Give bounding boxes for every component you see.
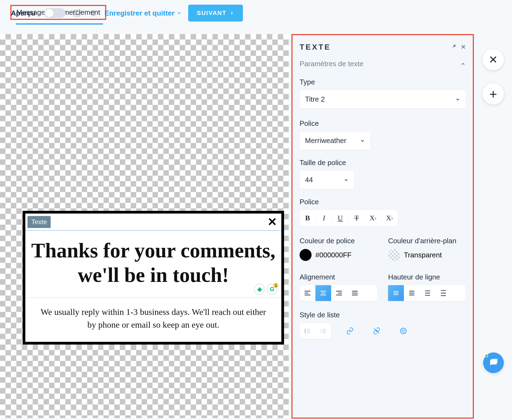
alignment-label: Alignement — [300, 273, 377, 281]
grammarly-assistant-icon[interactable]: ◈ — [254, 284, 265, 295]
popup-body-text[interactable]: We usually reply within 1-3 business day… — [36, 306, 270, 331]
chevron-down-icon — [455, 97, 460, 102]
tab-underline — [16, 23, 103, 25]
popup-title-text[interactable]: Thanks for your comments, we'll be in to… — [31, 238, 276, 287]
italic-button[interactable]: I — [316, 210, 332, 226]
svg-point-5 — [305, 332, 306, 333]
chevron-down-icon — [177, 11, 182, 16]
line-height-label: Hauteur de ligne — [388, 273, 466, 281]
svg-text:3: 3 — [321, 331, 322, 334]
font-color-swatch — [300, 249, 312, 261]
unlink-button[interactable] — [369, 323, 385, 339]
popup-close-button[interactable]: ✕ — [267, 215, 279, 229]
inspector-title: TEXTE — [300, 43, 331, 51]
grammarly-icon[interactable]: G1 — [267, 284, 278, 295]
bg-color-picker[interactable]: Transparent — [388, 249, 466, 261]
bg-color-value: Transparent — [404, 251, 442, 259]
chevron-right-icon — [229, 11, 234, 16]
font-size-label: Taille de police — [300, 159, 466, 167]
line-height-group — [388, 285, 466, 301]
close-editor-button[interactable]: ✕ — [483, 49, 504, 70]
font-value: Merriweather — [305, 136, 346, 145]
section-text-settings[interactable]: Paramètres de texte — [300, 60, 466, 68]
toggle-knob — [45, 9, 53, 17]
superscript-button[interactable]: Xx — [381, 210, 398, 226]
align-right-button[interactable] — [331, 285, 347, 301]
font-style-bar: B I U T Xx Xx — [300, 210, 398, 226]
lh-2-button[interactable] — [420, 285, 435, 301]
bullet-list-button[interactable] — [300, 323, 315, 339]
online-indicator — [485, 354, 488, 357]
floating-actions: ✕ + — [483, 49, 504, 105]
topbar: Message de remerciement Aperçu Enregistr… — [0, 0, 512, 26]
canvas[interactable]: Texte ✕ Thanks for your comments, we'll … — [0, 34, 289, 418]
save-and-quit-link[interactable]: Enregistrer et quitter — [105, 9, 182, 17]
numbered-list-button[interactable]: 123 — [315, 323, 331, 339]
pin-icon[interactable] — [452, 44, 457, 51]
type-value: Titre 2 — [305, 95, 325, 104]
svg-point-10 — [402, 330, 403, 331]
emoji-button[interactable] — [395, 323, 411, 339]
underline-button[interactable]: U — [332, 210, 349, 226]
svg-point-3 — [305, 329, 306, 330]
chevron-up-icon — [460, 61, 466, 67]
font-color-label: Couleur de police — [300, 237, 377, 245]
strike-button[interactable]: T — [349, 210, 365, 226]
svg-point-11 — [404, 330, 404, 331]
svg-point-4 — [305, 330, 306, 331]
lh-1-5-button[interactable] — [404, 285, 420, 301]
chevron-down-icon — [360, 138, 365, 143]
popup-title-area[interactable]: Thanks for your comments, we'll be in to… — [25, 230, 281, 298]
chat-button[interactable] — [483, 352, 504, 373]
font-color-picker[interactable]: #000000FF — [300, 249, 377, 261]
alignment-group — [300, 285, 377, 301]
next-button[interactable]: SUIVANT — [188, 5, 243, 22]
list-style-label: Style de liste — [300, 311, 466, 319]
bg-color-label: Couleur d'arrière-plan — [388, 237, 466, 245]
text-inspector-panel: TEXTE ✕ Paramètres de texte Type Titre 2… — [291, 34, 474, 419]
subscript-button[interactable]: Xx — [365, 210, 381, 226]
save-link-label: Enregistrer et quitter — [105, 9, 175, 17]
type-label: Type — [300, 78, 466, 86]
add-element-button[interactable]: + — [483, 83, 504, 105]
svg-point-9 — [401, 328, 406, 334]
font-color-value: #000000FF — [315, 251, 352, 259]
font-select[interactable]: Merriweather — [300, 132, 370, 150]
align-center-button[interactable] — [315, 285, 331, 301]
lh-1-button[interactable] — [388, 285, 404, 301]
section-label: Paramètres de texte — [300, 60, 363, 68]
chat-icon — [489, 358, 498, 368]
bold-button[interactable]: B — [300, 210, 316, 226]
text-block-popup[interactable]: Texte ✕ Thanks for your comments, we'll … — [23, 211, 284, 345]
lh-2-5-button[interactable] — [435, 285, 451, 301]
popup-body-area[interactable]: We usually reply within 1-3 business day… — [25, 298, 281, 342]
list-style-group: 123 — [300, 323, 331, 339]
next-button-label: SUIVANT — [197, 10, 227, 17]
font-style-label: Police — [300, 198, 466, 206]
font-size-value: 44 — [305, 176, 313, 184]
chevron-down-icon — [344, 178, 349, 182]
align-justify-button[interactable] — [347, 285, 363, 301]
align-left-button[interactable] — [300, 285, 315, 301]
grammarly-count-badge: 1 — [273, 283, 279, 288]
type-select[interactable]: Titre 2 — [300, 90, 466, 108]
grammarly-widget[interactable]: ◈ G1 — [254, 284, 278, 295]
close-icon[interactable]: ✕ — [461, 44, 466, 51]
font-size-select[interactable]: 44 — [300, 171, 354, 189]
popup-tab-label[interactable]: Texte — [28, 216, 51, 228]
bg-color-swatch — [388, 249, 400, 261]
link-button[interactable] — [342, 323, 358, 339]
preview-toggle[interactable] — [44, 8, 65, 18]
font-label: Police — [300, 119, 466, 128]
popup-header: Texte ✕ — [25, 214, 281, 230]
